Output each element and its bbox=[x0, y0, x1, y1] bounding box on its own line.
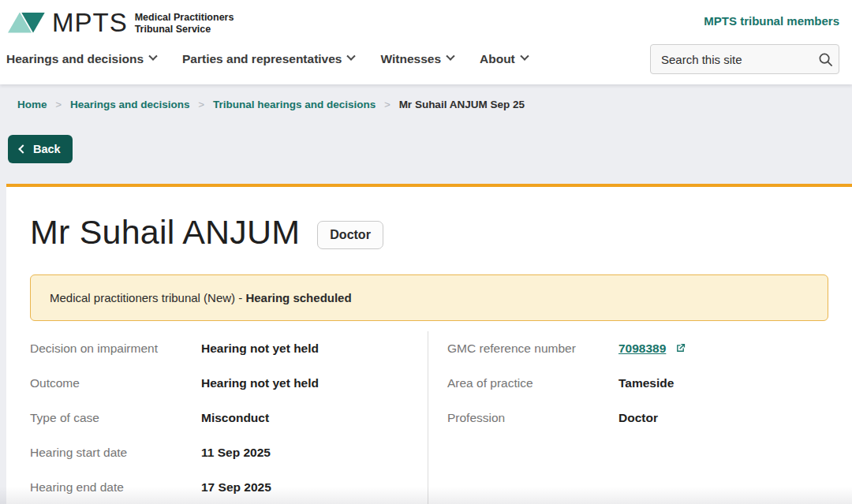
detail-value: Doctor bbox=[618, 411, 658, 425]
detail-value: Hearing not yet held bbox=[201, 376, 319, 390]
hearing-status-prefix: Medical practitioners tribunal (New) - bbox=[50, 291, 245, 304]
page-title: Mr Suhail ANJUM bbox=[30, 213, 300, 252]
case-header: Mr Suhail ANJUM Doctor bbox=[30, 187, 828, 252]
detail-row-gmc-reference-number: GMC reference number 7098389 bbox=[447, 331, 828, 366]
nav-item-hearings-and-decisions[interactable]: Hearings and decisions bbox=[6, 52, 156, 66]
detail-value: 17 Sep 2025 bbox=[201, 480, 271, 495]
logo-name-line1: Medical Practitioners bbox=[135, 12, 234, 24]
mpts-logo-link[interactable]: MPTS Medical Practitioners Tribunal Serv… bbox=[8, 9, 234, 35]
search-input[interactable] bbox=[661, 53, 818, 66]
chevron-down-icon bbox=[347, 51, 356, 60]
detail-label: Hearing start date bbox=[30, 446, 201, 460]
mpts-tribunal-members-link[interactable]: MPTS tribunal members bbox=[704, 14, 839, 28]
detail-label: Outcome bbox=[30, 376, 201, 390]
detail-value: Hearing not yet held bbox=[201, 342, 319, 356]
case-details: Decision on impairment Hearing not yet h… bbox=[30, 331, 828, 504]
detail-row-decision-on-impairment: Decision on impairment Hearing not yet h… bbox=[30, 331, 428, 366]
chevron-down-icon bbox=[520, 51, 529, 60]
detail-value: Misconduct bbox=[201, 411, 269, 425]
detail-label: Type of case bbox=[30, 411, 201, 425]
detail-row-area-of-practice: Area of practice Tameside bbox=[447, 366, 828, 401]
gmc-reference-number: 7098389 bbox=[618, 342, 666, 356]
breadcrumb-separator: > bbox=[198, 99, 204, 110]
site-header: MPTS Medical Practitioners Tribunal Serv… bbox=[0, 0, 852, 44]
breadcrumb-separator: > bbox=[384, 99, 390, 110]
detail-value: 7098389 bbox=[618, 342, 686, 356]
search-icon[interactable] bbox=[818, 52, 833, 67]
site-search bbox=[650, 44, 839, 74]
logo-name-line2: Tribunal Service bbox=[135, 24, 234, 35]
detail-row-hearing-end-date: Hearing end date 17 Sep 2025 bbox=[30, 470, 428, 504]
breadcrumb: Home > Hearings and decisions > Tribunal… bbox=[0, 84, 852, 110]
detail-row-profession: Profession Doctor bbox=[447, 401, 828, 435]
details-right-column: GMC reference number 7098389 Area of pra… bbox=[428, 331, 828, 504]
detail-label: GMC reference number bbox=[447, 342, 618, 356]
nav-item-label: About bbox=[480, 52, 515, 66]
case-detail-card: Mr Suhail ANJUM Doctor Medical practitio… bbox=[6, 184, 852, 504]
logo-name: Medical Practitioners Tribunal Service bbox=[135, 10, 234, 35]
detail-label: Profession bbox=[447, 411, 618, 425]
detail-value: Tameside bbox=[618, 376, 674, 390]
mpts-logo-icon bbox=[8, 12, 46, 34]
detail-label: Hearing end date bbox=[30, 480, 201, 495]
site-top-section: MPTS Medical Practitioners Tribunal Serv… bbox=[0, 0, 852, 84]
detail-label: Area of practice bbox=[447, 376, 618, 390]
nav-item-label: Hearings and decisions bbox=[6, 52, 144, 66]
logo-acronym: MPTS bbox=[52, 9, 128, 35]
main-nav: Hearings and decisions Parties and repre… bbox=[0, 44, 852, 84]
detail-row-hearing-start-date: Hearing start date 11 Sep 2025 bbox=[30, 435, 428, 470]
chevron-left-icon bbox=[18, 144, 27, 153]
detail-row-outcome: Outcome Hearing not yet held bbox=[30, 366, 428, 401]
breadcrumb-link-hearings-and-decisions[interactable]: Hearings and decisions bbox=[70, 99, 190, 110]
back-button[interactable]: Back bbox=[8, 135, 73, 163]
details-left-column: Decision on impairment Hearing not yet h… bbox=[30, 331, 428, 504]
external-link-icon bbox=[674, 342, 686, 354]
breadcrumb-link-home[interactable]: Home bbox=[17, 99, 47, 110]
chevron-down-icon bbox=[148, 51, 157, 60]
back-button-label: Back bbox=[33, 143, 61, 155]
detail-label: Decision on impairment bbox=[30, 342, 201, 356]
gmc-reference-link[interactable]: 7098389 bbox=[618, 342, 666, 356]
hearing-status-banner: Medical practitioners tribunal (New) - H… bbox=[30, 274, 828, 321]
nav-item-witnesses[interactable]: Witnesses bbox=[380, 52, 454, 66]
hearing-status-value: Hearing scheduled bbox=[245, 291, 351, 304]
detail-value: 11 Sep 2025 bbox=[201, 446, 271, 460]
nav-item-label: Parties and representatives bbox=[182, 52, 342, 66]
profession-badge: Doctor bbox=[317, 221, 383, 249]
nav-item-parties-and-representatives[interactable]: Parties and representatives bbox=[182, 52, 354, 66]
nav-item-label: Witnesses bbox=[380, 52, 441, 66]
breadcrumb-current-page: Mr Suhail ANJUM Sep 25 bbox=[399, 99, 525, 110]
detail-row-type-of-case: Type of case Misconduct bbox=[30, 401, 428, 435]
nav-item-about[interactable]: About bbox=[480, 52, 528, 66]
chevron-down-icon bbox=[446, 51, 454, 60]
breadcrumb-link-tribunal-hearings-and-decisions[interactable]: Tribunal hearings and decisions bbox=[213, 99, 376, 110]
breadcrumb-separator: > bbox=[55, 99, 62, 110]
